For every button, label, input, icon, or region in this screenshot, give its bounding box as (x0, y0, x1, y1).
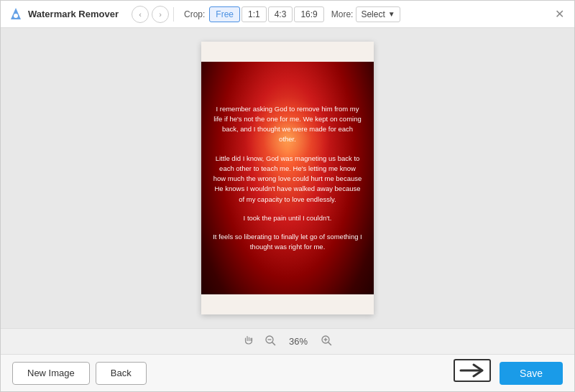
svg-line-8 (328, 342, 331, 345)
zoom-percent: 36% (285, 336, 311, 347)
bottom-left: New Image Back (12, 362, 147, 385)
close-button[interactable]: ✕ (551, 6, 567, 22)
crop-16x9-button[interactable]: 16:9 (294, 6, 323, 22)
image-inner: I remember asking God to remove him from… (201, 42, 374, 314)
text-block-2: Little did I know, God was magneting us … (213, 154, 362, 205)
zoom-out-icon[interactable] (264, 334, 277, 350)
bottom-bar: New Image Back Save (1, 354, 574, 391)
reset-zoom-icon[interactable] (242, 334, 255, 350)
bottom-right: Save (454, 359, 563, 387)
crop-1x1-button[interactable]: 1:1 (242, 6, 267, 22)
paper-strip-top (201, 42, 374, 62)
app-title: Watermark Remover (28, 9, 119, 19)
zoom-bar: 36% (1, 328, 574, 354)
svg-line-4 (272, 342, 275, 345)
svg-point-1 (14, 14, 18, 18)
image-container: I remember asking God to remove him from… (201, 42, 374, 314)
crop-label: Crop: (184, 9, 205, 19)
canvas-area: I remember asking God to remove him from… (1, 28, 574, 328)
select-dropdown[interactable]: Select ▼ (356, 6, 400, 22)
nav-back-button[interactable]: ‹ (132, 6, 149, 23)
paper-strip-bottom (201, 294, 374, 314)
text-block-3: I took the pain until I couldn't. (244, 213, 332, 223)
app-logo (8, 6, 24, 22)
divider (173, 7, 174, 22)
image-text-overlay: I remember asking God to remove him from… (201, 42, 374, 314)
zoom-in-icon[interactable] (320, 334, 333, 350)
text-block-1: I remember asking God to remove him from… (213, 104, 362, 145)
text-block-4: It feels so liberating to finally let go… (213, 232, 362, 253)
crop-4x3-button[interactable]: 4:3 (268, 6, 293, 22)
crop-free-button[interactable]: Free (209, 6, 240, 22)
new-image-button[interactable]: New Image (12, 362, 90, 385)
save-button[interactable]: Save (500, 362, 563, 385)
title-bar: Watermark Remover ‹ › Crop: Free 1:1 4:3… (1, 1, 574, 28)
crop-options: Free 1:1 4:3 16:9 (209, 6, 323, 22)
arrow-icon (454, 359, 491, 387)
more-label: More: (331, 9, 354, 19)
back-button[interactable]: Back (96, 362, 147, 385)
nav-forward-button[interactable]: › (152, 6, 169, 23)
chevron-down-icon: ▼ (388, 10, 395, 18)
